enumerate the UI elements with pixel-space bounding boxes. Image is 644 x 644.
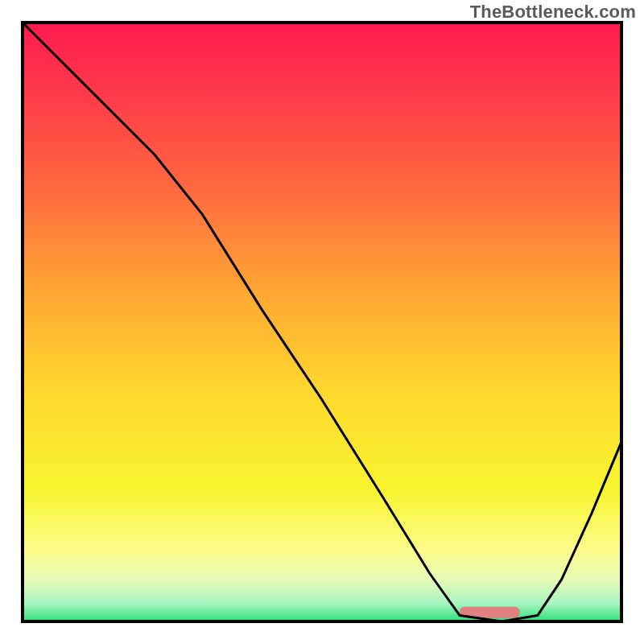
chart-container: TheBottleneck.com — [0, 0, 644, 644]
bottleneck-chart — [0, 0, 644, 644]
watermark-text: TheBottleneck.com — [470, 2, 636, 23]
